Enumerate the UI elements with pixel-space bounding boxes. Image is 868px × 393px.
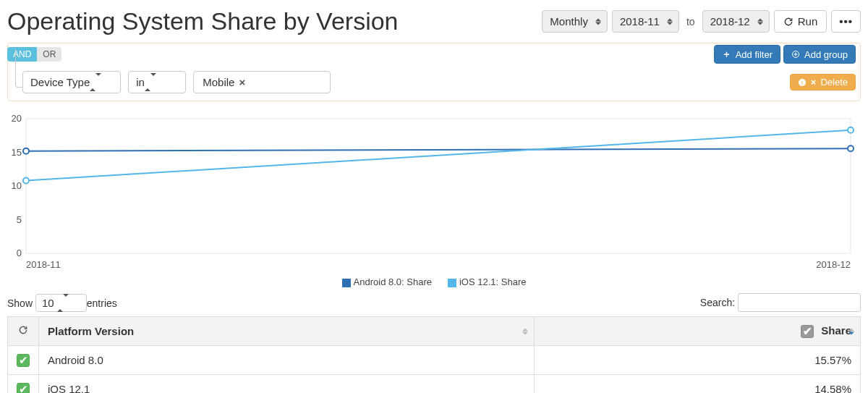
close-icon: × — [811, 77, 817, 88]
row-check-cell[interactable]: ✔ — [8, 375, 39, 393]
run-button[interactable]: Run — [774, 10, 827, 33]
results-table: Platform Version ✔ Share ✔Android 8.015.… — [7, 316, 861, 393]
column-toggle-icon[interactable]: ✔ — [801, 325, 814, 338]
date-from-select[interactable]: 2018-11 — [612, 10, 679, 33]
granularity-select[interactable]: Monthly — [542, 10, 608, 33]
run-label: Run — [798, 15, 818, 28]
cell-share: 14.58% — [535, 375, 861, 393]
caret-icon — [57, 294, 69, 312]
chart-legend: Android 8.0: Share iOS 12.1: Share — [7, 276, 861, 287]
search-control: Search: — [700, 293, 861, 312]
refresh-icon — [18, 325, 28, 335]
add-group-button[interactable]: Add group — [783, 45, 856, 64]
remove-tag-icon[interactable]: × — [239, 76, 245, 88]
plus-icon: ＋ — [722, 48, 731, 61]
table-row: ✔iOS 12.114.58% — [8, 375, 861, 393]
svg-text:20: 20 — [12, 113, 22, 124]
col-share[interactable]: ✔ Share — [535, 317, 861, 346]
date-to-select[interactable]: 2018-12 — [702, 10, 770, 33]
row-check-cell[interactable]: ✔ — [8, 346, 39, 375]
entries-control: Show 10 entries — [7, 297, 117, 309]
search-input[interactable] — [738, 293, 861, 312]
caret-icon — [145, 73, 156, 91]
svg-point-12 — [848, 145, 854, 151]
svg-text:0: 0 — [17, 248, 22, 258]
filter-field-select[interactable]: Device Type — [22, 71, 121, 93]
delete-filter-button[interactable]: ! × Delete — [790, 74, 856, 90]
caret-icon — [667, 18, 673, 25]
cell-platform: iOS 12.1 — [39, 375, 535, 393]
add-filter-button[interactable]: ＋Add filter — [714, 45, 780, 64]
legend-item: iOS 12.1: Share — [448, 276, 527, 287]
svg-text:!: ! — [801, 80, 803, 85]
cell-share: 15.57% — [535, 346, 861, 375]
checkbox-icon[interactable]: ✔ — [17, 354, 30, 367]
legend-item: Android 8.0: Share — [342, 276, 432, 287]
caret-icon — [90, 73, 101, 91]
svg-point-11 — [23, 148, 29, 154]
search-label: Search: — [700, 297, 735, 308]
legend-swatch — [342, 279, 351, 287]
filter-value-input[interactable]: Mobile × — [193, 71, 331, 93]
date-to-value: 2018-12 — [710, 15, 750, 28]
refresh-icon — [783, 17, 793, 27]
col-platform[interactable]: Platform Version — [39, 317, 535, 346]
logic-or[interactable]: OR — [37, 47, 61, 62]
filter-operator-select[interactable]: in — [128, 71, 186, 93]
more-button[interactable]: ••• — [831, 10, 861, 33]
circle-plus-icon — [791, 50, 800, 59]
granularity-value: Monthly — [550, 15, 588, 28]
cell-platform: Android 8.0 — [39, 346, 535, 375]
svg-text:2018-11: 2018-11 — [26, 259, 61, 270]
filter-tag: Mobile × — [200, 75, 248, 89]
svg-text:10: 10 — [12, 180, 22, 191]
date-from-value: 2018-11 — [620, 15, 660, 28]
refresh-header[interactable] — [8, 317, 39, 346]
checkbox-icon[interactable]: ✔ — [17, 383, 30, 393]
svg-text:2018-12: 2018-12 — [816, 259, 851, 270]
caret-icon — [595, 18, 601, 25]
page-title: Operating System Share by Version — [7, 7, 399, 35]
caret-icon — [757, 18, 763, 25]
legend-swatch — [448, 279, 456, 287]
to-label: to — [684, 16, 698, 28]
svg-text:5: 5 — [17, 214, 22, 225]
svg-point-13 — [23, 178, 29, 184]
svg-rect-3 — [26, 119, 851, 253]
filter-bar: AND OR ＋Add filter Add group Device Type… — [7, 43, 861, 101]
warning-icon: ! — [798, 78, 807, 87]
ellipsis-icon: ••• — [839, 15, 853, 28]
page-size-select[interactable]: 10 — [35, 294, 87, 312]
svg-text:15: 15 — [12, 147, 22, 158]
sort-desc-icon — [848, 328, 854, 334]
sort-icon — [522, 328, 528, 334]
line-chart: 051015202018-112018-12 — [7, 111, 861, 278]
table-row: ✔Android 8.015.57% — [8, 346, 861, 375]
svg-point-14 — [848, 127, 854, 133]
